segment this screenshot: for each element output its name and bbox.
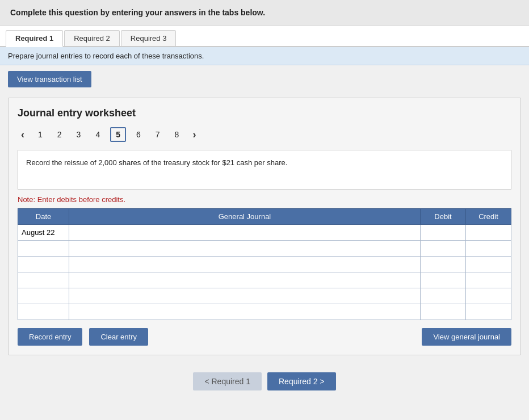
table-row (18, 304, 511, 320)
journal-input-3[interactable] (69, 257, 420, 272)
page-3[interactable]: 3 (72, 128, 86, 141)
header-general-journal: General Journal (69, 209, 421, 225)
debit-cell-5 (421, 288, 466, 304)
date-cell-1 (18, 225, 69, 241)
header-credit: Credit (466, 209, 511, 225)
journal-input-1[interactable] (69, 225, 420, 240)
credit-cell-4 (466, 272, 511, 288)
debit-cell-3 (421, 257, 466, 272)
blue-banner: Prepare journal entries to record each o… (0, 47, 529, 65)
date-cell-5 (18, 288, 69, 304)
journal-cell-2 (69, 241, 421, 257)
journal-input-5[interactable] (69, 288, 420, 304)
journal-input-4[interactable] (69, 272, 420, 288)
next-required-button[interactable]: Required 2 > (267, 372, 336, 390)
journal-cell-6 (69, 304, 421, 320)
credit-input-4[interactable] (466, 272, 511, 288)
debit-input-4[interactable] (421, 272, 465, 288)
journal-input-2[interactable] (69, 241, 420, 256)
worksheet-title: Journal entry worksheet (18, 107, 511, 119)
note-text: Note: Enter debits before credits. (18, 195, 511, 204)
debit-input-3[interactable] (421, 257, 465, 272)
debit-input-2[interactable] (421, 241, 465, 256)
table-row (18, 257, 511, 272)
tab-required3[interactable]: Required 3 (121, 30, 177, 46)
credit-input-6[interactable] (466, 304, 511, 320)
debit-cell-1 (421, 225, 466, 241)
tabs-bar: Required 1 Required 2 Required 3 (0, 26, 529, 47)
date-input-4[interactable] (18, 272, 69, 288)
tab-required1[interactable]: Required 1 (6, 30, 63, 47)
tab-required2[interactable]: Required 2 (64, 30, 120, 46)
date-cell-3 (18, 257, 69, 272)
debit-cell-4 (421, 272, 466, 288)
page-5[interactable]: 5 (110, 127, 126, 142)
credit-cell-3 (466, 257, 511, 272)
credit-input-3[interactable] (466, 257, 511, 272)
debit-input-1[interactable] (421, 225, 465, 240)
header-debit: Debit (421, 209, 466, 225)
prev-required-button[interactable]: < Required 1 (193, 372, 262, 390)
credit-input-5[interactable] (466, 288, 511, 304)
table-row (18, 272, 511, 288)
debit-input-6[interactable] (421, 304, 465, 320)
credit-cell-5 (466, 288, 511, 304)
clear-entry-button[interactable]: Clear entry (89, 328, 148, 346)
debit-input-5[interactable] (421, 288, 465, 304)
journal-cell-3 (69, 257, 421, 272)
date-cell-4 (18, 272, 69, 288)
date-cell-6 (18, 304, 69, 320)
page-6[interactable]: 6 (132, 128, 145, 141)
date-input-5[interactable] (18, 288, 69, 304)
table-row (18, 241, 511, 257)
prev-page-arrow[interactable]: ‹ (18, 128, 28, 142)
journal-cell-1 (69, 225, 421, 241)
view-general-journal-button[interactable]: View general journal (422, 328, 511, 346)
credit-cell-1 (466, 225, 511, 241)
table-row (18, 225, 511, 241)
page-navigation: ‹ 1 2 3 4 5 6 7 8 › (18, 127, 511, 142)
date-input-6[interactable] (18, 304, 69, 320)
view-transaction-button[interactable]: View transaction list (8, 71, 91, 87)
journal-cell-5 (69, 288, 421, 304)
page-4[interactable]: 4 (91, 128, 104, 141)
date-input-2[interactable] (18, 241, 69, 256)
page-2[interactable]: 2 (53, 128, 66, 141)
date-cell-2 (18, 241, 69, 257)
table-row (18, 288, 511, 304)
bottom-navigation: < Required 1 Required 2 > (0, 363, 529, 404)
date-input-3[interactable] (18, 257, 69, 272)
description-box: Record the reissue of 2,000 shares of th… (18, 150, 511, 190)
header-date: Date (18, 209, 69, 225)
credit-cell-2 (466, 241, 511, 257)
page-8[interactable]: 8 (170, 128, 184, 141)
credit-input-2[interactable] (466, 241, 511, 256)
debit-cell-6 (421, 304, 466, 320)
journal-input-6[interactable] (69, 304, 420, 320)
credit-cell-6 (466, 304, 511, 320)
top-instruction: Complete this question by entering your … (0, 0, 529, 26)
debit-cell-2 (421, 241, 466, 257)
credit-input-1[interactable] (466, 225, 511, 240)
page-1[interactable]: 1 (33, 128, 47, 141)
journal-table: Date General Journal Debit Credit (18, 208, 511, 320)
action-buttons: Record entry Clear entry View general jo… (18, 328, 511, 346)
journal-cell-4 (69, 272, 421, 288)
page-7[interactable]: 7 (151, 128, 165, 141)
date-input-1[interactable] (18, 225, 69, 240)
worksheet-container: Journal entry worksheet ‹ 1 2 3 4 5 6 7 … (8, 98, 521, 355)
record-entry-button[interactable]: Record entry (18, 328, 82, 346)
next-page-arrow[interactable]: › (189, 128, 199, 142)
